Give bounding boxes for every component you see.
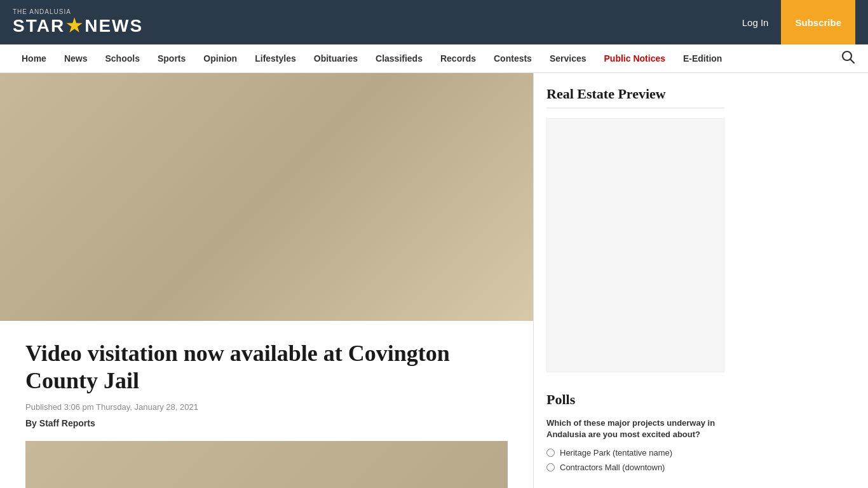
polls-section: Polls Which of these major projects unde… — [546, 391, 724, 472]
svg-line-1 — [851, 59, 855, 63]
header-right: Log In Subscribe — [742, 0, 855, 44]
logo-main-text: STAR ★ NEWS — [13, 15, 143, 36]
logo-wrapper: THE ANDALUSIA STAR ★ NEWS — [13, 8, 143, 36]
nav-item-sports[interactable]: Sports — [149, 44, 194, 73]
main-container: Video visitation now available at Coving… — [0, 73, 868, 488]
article-area: Video visitation now available at Coving… — [0, 73, 534, 488]
logo-area: THE ANDALUSIA STAR ★ NEWS — [13, 8, 143, 36]
real-estate-title: Real Estate Preview — [546, 86, 724, 109]
nav-item-services[interactable]: Services — [541, 44, 595, 73]
nav-item-opinion[interactable]: Opinion — [194, 44, 246, 73]
nav-item-home[interactable]: Home — [13, 44, 55, 73]
search-icon[interactable] — [841, 50, 855, 67]
poll-question: Which of these major projects underway i… — [546, 417, 724, 440]
logo-top-text: THE ANDALUSIA — [13, 8, 143, 15]
article-inline-image — [25, 441, 508, 488]
nav-items: Home News Schools Sports Opinion Lifesty… — [13, 44, 841, 73]
author-name: Staff Reports — [39, 418, 95, 428]
nav-item-classifieds[interactable]: Classifieds — [367, 44, 431, 73]
hero-image-placeholder — [0, 73, 533, 321]
poll-option-2-label: Contractors Mall (downtown) — [560, 463, 665, 472]
login-button[interactable]: Log In — [742, 17, 769, 28]
subscribe-button[interactable]: Subscribe — [781, 0, 855, 44]
article-title: Video visitation now available at Coving… — [25, 340, 508, 395]
logo-news: NEWS — [85, 16, 143, 36]
article-hero-image — [0, 73, 533, 321]
author-prefix: By — [25, 418, 37, 428]
logo-star-left: STAR — [13, 16, 65, 36]
real-estate-placeholder — [546, 118, 724, 372]
poll-option-1-label: Heritage Park (tentative name) — [560, 448, 672, 458]
nav-item-e-edition[interactable]: E-Edition — [674, 44, 731, 73]
nav-item-records[interactable]: Records — [431, 44, 485, 73]
star-icon: ★ — [66, 15, 83, 36]
article-author: By Staff Reports — [25, 418, 508, 428]
polls-title: Polls — [546, 391, 724, 408]
real-estate-section: Real Estate Preview — [546, 86, 724, 372]
nav-item-schools[interactable]: Schools — [96, 44, 148, 73]
nav-item-contests[interactable]: Contests — [485, 44, 541, 73]
nav-item-public-notices[interactable]: Public Notices — [595, 44, 674, 73]
article-published: Published 3:06 pm Thursday, January 28, … — [25, 402, 508, 412]
nav-item-news[interactable]: News — [55, 44, 97, 73]
main-nav: Home News Schools Sports Opinion Lifesty… — [0, 44, 868, 73]
nav-item-lifestyles[interactable]: Lifestyles — [246, 44, 305, 73]
poll-option-2[interactable]: Contractors Mall (downtown) — [546, 463, 724, 472]
poll-radio-2[interactable] — [546, 463, 555, 471]
site-header: THE ANDALUSIA STAR ★ NEWS Log In Subscri… — [0, 0, 868, 44]
article-content: Video visitation now available at Coving… — [0, 321, 533, 488]
poll-radio-1[interactable] — [546, 449, 555, 457]
sidebar: Real Estate Preview Polls Which of these… — [534, 73, 737, 488]
nav-item-obituaries[interactable]: Obituaries — [305, 44, 367, 73]
poll-option-1[interactable]: Heritage Park (tentative name) — [546, 448, 724, 458]
